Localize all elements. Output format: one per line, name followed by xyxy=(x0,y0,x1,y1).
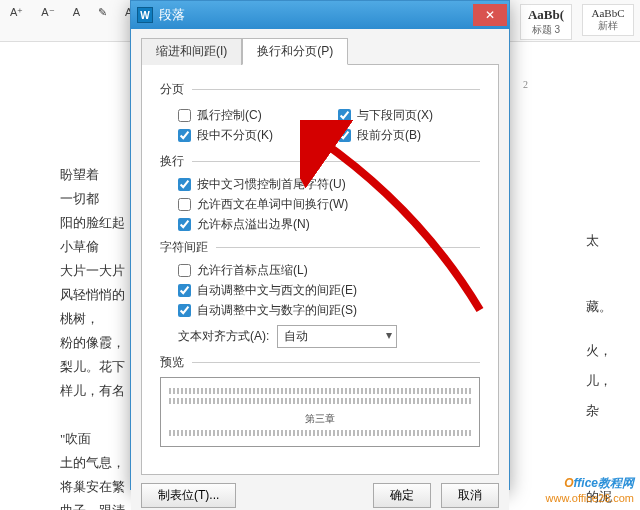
close-button[interactable]: ✕ xyxy=(473,4,507,26)
ribbon-group-number: 2 xyxy=(523,74,528,96)
style-gallery-item[interactable]: AaBb( 标题 3 xyxy=(520,4,572,40)
keep-lines-checkbox[interactable]: 段中不分页(K) xyxy=(178,127,320,144)
group-pagination-title: 分页 xyxy=(160,81,480,98)
group-linebreak-title: 换行 xyxy=(160,153,480,170)
checkbox-label: 允许行首标点压缩(L) xyxy=(197,262,308,279)
highlight-button[interactable]: ✎ xyxy=(94,4,111,21)
style-preview: AaBb( xyxy=(528,7,564,23)
font-grow-button[interactable]: A⁺ xyxy=(6,4,27,21)
style-label: 标题 3 xyxy=(532,23,560,37)
checkbox-label: 孤行控制(C) xyxy=(197,107,262,124)
dialog-tabs: 缩进和间距(I) 换行和分页(P) xyxy=(141,37,499,65)
paragraph-dialog: W 段落 ✕ 缩进和间距(I) 换行和分页(P) 分页 孤行控制(C) 段中不分… xyxy=(130,0,510,490)
doc-fragment: 藏。 xyxy=(586,296,612,318)
checkbox-label: 与下段同页(X) xyxy=(357,107,433,124)
watermark-brand: Office教程网 xyxy=(564,476,634,490)
app-icon: W xyxy=(137,7,153,23)
compress-punct-checkbox[interactable]: 允许行首标点压缩(L) xyxy=(178,262,480,279)
combo-value: 自动 xyxy=(284,329,308,343)
tabstops-button[interactable]: 制表位(T)... xyxy=(141,483,236,508)
text-align-combo[interactable]: 自动 xyxy=(277,325,397,348)
group-preview-title: 预览 xyxy=(160,354,480,371)
preview-caption: 第三章 xyxy=(169,412,471,426)
hanging-punct-checkbox[interactable]: 允许标点溢出边界(N) xyxy=(178,216,480,233)
latin-word-wrap-checkbox[interactable]: 允许西文在单词中间换行(W) xyxy=(178,196,480,213)
clear-format-button[interactable]: A xyxy=(69,4,84,20)
checkbox-label: 按中文习惯控制首尾字符(U) xyxy=(197,176,346,193)
checkbox-label: 段前分页(B) xyxy=(357,127,421,144)
dialog-footer: 制表位(T)... 确定 取消 xyxy=(131,475,509,510)
page-break-before-checkbox[interactable]: 段前分页(B) xyxy=(338,127,480,144)
keep-with-next-checkbox[interactable]: 与下段同页(X) xyxy=(338,107,480,124)
style-preview: AaBbC xyxy=(592,7,625,19)
doc-fragment: 太 xyxy=(586,230,612,252)
tab-line-page-breaks[interactable]: 换行和分页(P) xyxy=(242,38,348,65)
watermark: Office教程网 www.office26.com xyxy=(546,475,634,504)
dialog-content: 分页 孤行控制(C) 段中不分页(K) 与下段同页(X) 段前分页(B) xyxy=(141,65,499,475)
close-icon: ✕ xyxy=(485,8,495,22)
tab-indent-spacing[interactable]: 缩进和间距(I) xyxy=(141,38,242,65)
watermark-url: www.office26.com xyxy=(546,492,634,504)
widow-orphan-checkbox[interactable]: 孤行控制(C) xyxy=(178,107,320,124)
font-shrink-button[interactable]: A⁻ xyxy=(37,4,58,21)
checkbox-label: 允许标点溢出边界(N) xyxy=(197,216,310,233)
checkbox-label: 允许西文在单词中间换行(W) xyxy=(197,196,348,213)
group-char-spacing-title: 字符间距 xyxy=(160,239,480,256)
checkbox-label: 自动调整中文与数字的间距(S) xyxy=(197,302,357,319)
doc-fragment: 儿， xyxy=(586,370,612,392)
text-align-label: 文本对齐方式(A): xyxy=(178,328,269,345)
style-gallery-item[interactable]: AaBbC 新样 xyxy=(582,4,634,36)
checkbox-label: 段中不分页(K) xyxy=(197,127,273,144)
style-label: 新样 xyxy=(598,19,618,33)
dialog-titlebar: W 段落 ✕ xyxy=(131,1,509,29)
preview-box: 第三章 xyxy=(160,377,480,447)
cjk-first-last-checkbox[interactable]: 按中文习惯控制首尾字符(U) xyxy=(178,176,480,193)
cancel-button[interactable]: 取消 xyxy=(441,483,499,508)
checkbox-label: 自动调整中文与西文的间距(E) xyxy=(197,282,357,299)
dialog-title: 段落 xyxy=(159,6,185,24)
doc-fragment: 火， xyxy=(586,340,612,362)
ok-button[interactable]: 确定 xyxy=(373,483,431,508)
doc-fragment: 杂 xyxy=(586,400,612,422)
auto-space-cjk-latin-checkbox[interactable]: 自动调整中文与西文的间距(E) xyxy=(178,282,480,299)
auto-space-cjk-number-checkbox[interactable]: 自动调整中文与数字的间距(S) xyxy=(178,302,480,319)
